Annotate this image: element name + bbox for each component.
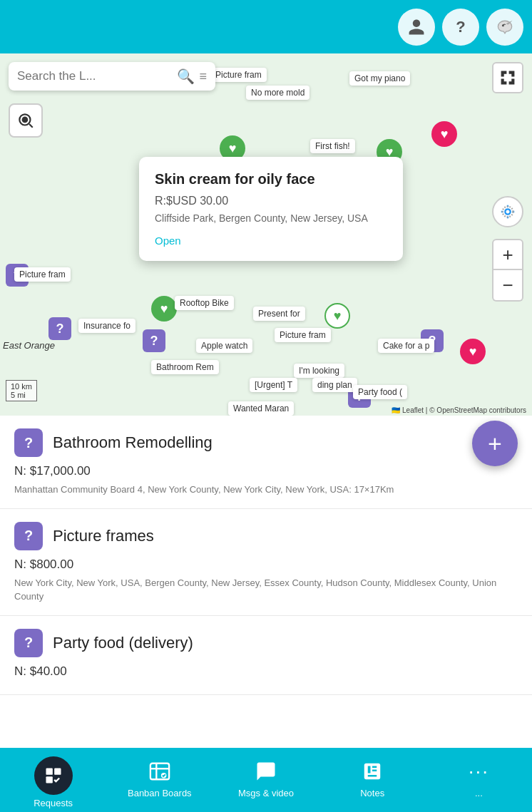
bird-button[interactable]: [486, 9, 523, 46]
banban-icon: [143, 756, 177, 786]
svg-point-0: [503, 24, 504, 26]
map-label-urgent[interactable]: [Urgent] T: [250, 378, 297, 392]
list-item-header: ? Party food (delivery): [14, 629, 518, 657]
requests-active-circle: [34, 756, 73, 795]
list-item[interactable]: ? Party food (delivery) N: $40.00: [0, 616, 532, 695]
map-label-picture-fram-2[interactable]: Picture fram: [14, 267, 71, 282]
top-bar: ?: [0, 0, 532, 53]
map-label-party-food[interactable]: Party food (: [353, 385, 407, 399]
svg-rect-6: [54, 769, 61, 775]
item-price-3: N: $40.00: [14, 664, 518, 679]
nav-label-more: ...: [475, 788, 483, 798]
item-icon-1: ?: [14, 428, 43, 457]
item-price-2: N: $800.00: [14, 557, 518, 572]
profile-button[interactable]: [398, 9, 435, 46]
map-label-got-my-piano[interactable]: Got my piano: [349, 71, 410, 86]
map-label-cake[interactable]: Cake for a p: [378, 339, 434, 353]
more-icon: ···: [461, 756, 496, 786]
nav-item-requests[interactable]: Requests: [0, 754, 106, 811]
svg-point-3: [505, 209, 510, 214]
item-price-1: N: $17,000.00: [14, 464, 518, 478]
list-item-header: ? Picture frames: [14, 522, 518, 550]
scale-km: 10 km: [11, 382, 32, 391]
svg-point-4: [503, 207, 513, 217]
map-scale: 10 km 5 mi: [6, 380, 37, 401]
plus-icon: +: [488, 430, 502, 458]
location-center-button[interactable]: [492, 196, 523, 227]
geo-label-east-orange: East Orange: [0, 339, 58, 352]
zoom-in-button[interactable]: +: [492, 239, 523, 270]
heart-marker-4[interactable]: ♥: [151, 296, 177, 322]
item-icon-2: ?: [14, 522, 43, 550]
map-label-insurance[interactable]: Insurance fo: [78, 319, 135, 333]
map-label-im-looking[interactable]: I'm looking: [294, 364, 344, 378]
map-container[interactable]: 🔍 ≡ ♥ ♥ ♥ ♥ ♥ ♥ ? ? ? ? ? Picture fram N…: [0, 53, 532, 416]
help-button[interactable]: ?: [442, 9, 479, 46]
map-label-apple-watch[interactable]: Apple watch: [196, 339, 252, 353]
nav-item-banban[interactable]: Banban Boards: [106, 754, 213, 801]
map-label-picture-fram-1[interactable]: Picture fram: [210, 68, 267, 82]
map-label-bathroom-rem[interactable]: Bathroom Rem: [151, 360, 219, 374]
nav-item-more[interactable]: ··· ...: [426, 754, 532, 801]
list-area: ? Bathroom Remodelling N: $17,000.00 Man…: [0, 416, 532, 766]
search-icon: 🔍: [177, 68, 195, 85]
list-item[interactable]: ? Picture frames N: $800.00 New York Cit…: [0, 509, 532, 616]
search-input[interactable]: [17, 69, 173, 83]
map-label-present-for[interactable]: Present for: [253, 307, 305, 321]
question-marker-3[interactable]: ?: [143, 329, 165, 352]
item-title-3: Party food (delivery): [53, 634, 193, 652]
svg-rect-5: [46, 769, 52, 775]
svg-rect-8: [150, 764, 169, 780]
popup-price: R:$USD 30.00: [155, 195, 387, 207]
item-location-1: Manhattan Community Board 4, New York Co…: [14, 483, 518, 497]
map-locate-area-button[interactable]: [9, 103, 43, 138]
heart-marker-1[interactable]: ♥: [431, 121, 457, 147]
map-label-first-fish[interactable]: First fish!: [310, 139, 355, 153]
map-label-rooftop-bike[interactable]: Rooftop Bike: [175, 296, 234, 310]
map-expand-button[interactable]: [492, 62, 523, 93]
list-item[interactable]: ? Bathroom Remodelling N: $17,000.00 Man…: [0, 416, 532, 509]
question-marker-2[interactable]: ?: [48, 317, 71, 340]
map-label-no-more-mold[interactable]: No more mold: [246, 86, 310, 100]
nav-label-banban: Banban Boards: [128, 788, 192, 798]
popup-location: Cliffside Park, Bergen County, New Jerse…: [155, 212, 387, 226]
list-item-header: ? Bathroom Remodelling: [14, 428, 518, 457]
map-label-wanted-maran[interactable]: Wanted Maran: [228, 401, 294, 416]
map-attribution: 🇺🇦 Leaflet | © OpenStreetMap contributor…: [392, 406, 526, 414]
zoom-out-button[interactable]: −: [492, 270, 523, 302]
nav-label-requests: Requests: [34, 798, 73, 808]
item-location-2: New York City, New York, USA, Bergen Cou…: [14, 576, 518, 604]
filter-icon: ≡: [199, 69, 207, 84]
item-title-2: Picture frames: [53, 527, 154, 545]
popup-title: Skin cream for oily face: [155, 171, 387, 187]
nav-item-msgs[interactable]: Msgs & video: [213, 754, 319, 801]
notes-icon: [355, 756, 389, 786]
heart-marker-6[interactable]: ♥: [460, 339, 486, 364]
msgs-icon: [249, 756, 283, 786]
map-popup: Skin cream for oily face R:$USD 30.00 Cl…: [139, 157, 403, 261]
nav-item-notes[interactable]: Notes: [319, 754, 426, 801]
map-search-bar[interactable]: 🔍 ≡: [9, 62, 215, 91]
svg-point-2: [23, 118, 28, 123]
add-fab-button[interactable]: +: [472, 421, 518, 466]
popup-open-link[interactable]: Open: [155, 235, 387, 247]
map-label-picture-fram-3[interactable]: Picture fram: [275, 328, 331, 342]
scale-mi: 5 mi: [11, 391, 32, 399]
map-label-ding-plan[interactable]: ding plan: [312, 378, 357, 392]
item-icon-3: ?: [14, 629, 43, 657]
bottom-nav: Requests Banban Boards Msgs & video: [0, 748, 532, 812]
heart-marker-5[interactable]: ♥: [324, 303, 350, 329]
svg-rect-7: [46, 776, 52, 783]
nav-label-msgs: Msgs & video: [238, 788, 294, 798]
item-title-1: Bathroom Remodelling: [53, 433, 213, 452]
nav-label-notes: Notes: [360, 788, 384, 798]
